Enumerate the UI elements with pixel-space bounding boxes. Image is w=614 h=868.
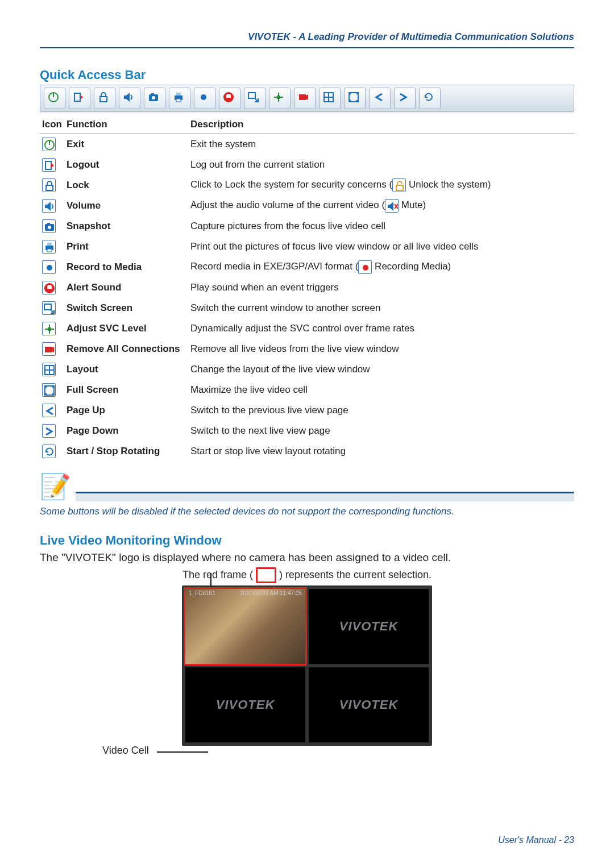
table-row: Start / Stop RotatingStart or stop live …	[40, 441, 574, 462]
table-row: SnapshotCapture pictures from the focus …	[40, 216, 574, 236]
live-video-line1: The "VIVOTEK" logo is displayed where no…	[40, 551, 574, 564]
row-function: Print	[64, 236, 188, 257]
table-row: Adjust SVC LevelDynamically adjust the S…	[40, 318, 574, 339]
video-cell-3[interactable]: VIVOTEK	[185, 667, 305, 742]
adjust-svc-button[interactable]	[269, 88, 291, 109]
live-video-line2-pre: The red frame (	[182, 569, 256, 580]
switch-screen-button[interactable]	[244, 88, 265, 109]
quick-access-toolbar	[40, 85, 574, 112]
remove-connections-icon	[297, 90, 313, 106]
table-row: Page DownSwitch to the next live view pa…	[40, 421, 574, 441]
row-function: Switch Screen	[64, 298, 188, 318]
rotate-button[interactable]	[419, 88, 441, 109]
row-icon-cell	[40, 257, 64, 277]
logout-button[interactable]	[69, 88, 90, 109]
remove-connections-button[interactable]	[294, 88, 316, 109]
row-function: Page Up	[64, 400, 188, 421]
row-desc-pre: Switch to the previous live view page	[190, 405, 349, 416]
row-description: Print out the pictures of focus live vie…	[188, 236, 574, 257]
vivotek-logo: VIVOTEK	[339, 619, 399, 634]
row-description: Record media in EXE/3GP/AVI format ( Rec…	[188, 257, 574, 277]
footer: User's Manual - 23	[498, 835, 574, 845]
icon-function-table: Icon Function Description ExitExit the s…	[40, 115, 574, 462]
row-function: Lock	[64, 175, 188, 196]
exit-button[interactable]	[44, 88, 65, 109]
note-text: Some buttons will be disabled if the sel…	[40, 506, 574, 517]
row-icon-cell	[40, 196, 64, 216]
row-description: Click to Lock the system for security co…	[188, 175, 574, 196]
snapshot-icon	[147, 90, 163, 106]
row-desc-pre: Print out the pictures of focus live vie…	[190, 241, 478, 252]
snapshot-button[interactable]	[144, 88, 165, 109]
mute-icon	[385, 199, 399, 213]
table-row: VolumeAdjust the audio volume of the cur…	[40, 196, 574, 216]
table-row: Alert SoundPlay sound when an event trig…	[40, 277, 574, 298]
row-desc-pre: Dynamically adjust the SVC control over …	[190, 323, 414, 334]
page-down-icon	[397, 90, 413, 106]
page-down-button[interactable]	[394, 88, 416, 109]
section-title-quick-access: Quick Access Bar	[40, 68, 574, 82]
recording-icon	[358, 260, 372, 274]
record-button[interactable]	[194, 88, 215, 109]
row-description: Exit the system	[188, 134, 574, 155]
page-header: VIVOTEK - A Leading Provider of Multimed…	[40, 0, 574, 48]
cell-timestamp: 2010/06/03 AM 11:47:05	[240, 590, 302, 596]
row-function: Exit	[64, 134, 188, 155]
switch-screen-icon	[42, 301, 56, 315]
lock-button[interactable]	[94, 88, 115, 109]
table-row: Record to MediaRecord media in EXE/3GP/A…	[40, 257, 574, 277]
row-icon-cell	[40, 236, 64, 257]
print-button[interactable]	[169, 88, 190, 109]
row-icon-cell	[40, 441, 64, 462]
video-cell-4[interactable]: VIVOTEK	[309, 667, 429, 742]
row-desc-pre: Exit the system	[190, 139, 256, 149]
page-up-icon	[372, 90, 388, 106]
alert-sound-button[interactable]	[219, 88, 240, 109]
th-function: Function	[64, 115, 188, 134]
rotate-icon	[42, 445, 56, 458]
record-icon	[42, 260, 56, 274]
row-description: Switch to the previous live view page	[188, 400, 574, 421]
video-cell-2[interactable]: VIVOTEK	[309, 589, 429, 664]
logout-icon	[42, 158, 56, 172]
record-icon	[197, 90, 213, 106]
row-function: Remove All Connections	[64, 339, 188, 359]
row-description: Capture pictures from the focus live vid…	[188, 216, 574, 236]
row-desc-post: Recording Media)	[372, 261, 451, 272]
row-description: Change the layout of the live view windo…	[188, 359, 574, 380]
full-screen-button[interactable]	[344, 88, 366, 109]
volume-button[interactable]	[119, 88, 140, 109]
logout-icon	[72, 90, 88, 106]
video-cell-1-selected[interactable]: 2010/06/03 AM 11:47:05 1_FD8161	[185, 589, 305, 664]
alert-sound-icon	[42, 281, 56, 294]
exit-icon	[47, 90, 63, 106]
switch-screen-icon	[247, 90, 263, 106]
row-desc-pre: Switch to the next live view page	[190, 425, 330, 436]
video-diagram: Video Cell 2010/06/03 AM 11:47:05 1_FD81…	[182, 585, 432, 746]
print-icon	[172, 90, 188, 106]
row-function: Volume	[64, 196, 188, 216]
alert-sound-icon	[222, 90, 238, 106]
th-icon: Icon	[40, 115, 64, 134]
row-icon-cell	[40, 400, 64, 421]
layout-icon	[322, 90, 338, 106]
row-function: Full Screen	[64, 380, 188, 400]
row-icon-cell	[40, 421, 64, 441]
layout-button[interactable]	[319, 88, 341, 109]
footer-page: 23	[564, 835, 574, 845]
table-row: Switch ScreenSwitch the current window t…	[40, 298, 574, 318]
lock-icon	[97, 90, 113, 106]
full-screen-icon	[347, 90, 363, 106]
row-description: Switch the current window to another scr…	[188, 298, 574, 318]
page-up-button[interactable]	[369, 88, 391, 109]
row-function: Record to Media	[64, 257, 188, 277]
row-desc-pre: Change the layout of the live view windo…	[190, 364, 370, 375]
vivotek-logo: VIVOTEK	[339, 697, 399, 712]
row-icon-cell	[40, 380, 64, 400]
row-description: Play sound when an event triggers	[188, 277, 574, 298]
row-function: Logout	[64, 155, 188, 175]
video-grid: 2010/06/03 AM 11:47:05 1_FD8161 VIVOTEK …	[182, 585, 432, 746]
row-icon-cell	[40, 298, 64, 318]
row-icon-cell	[40, 277, 64, 298]
row-icon-cell	[40, 339, 64, 359]
